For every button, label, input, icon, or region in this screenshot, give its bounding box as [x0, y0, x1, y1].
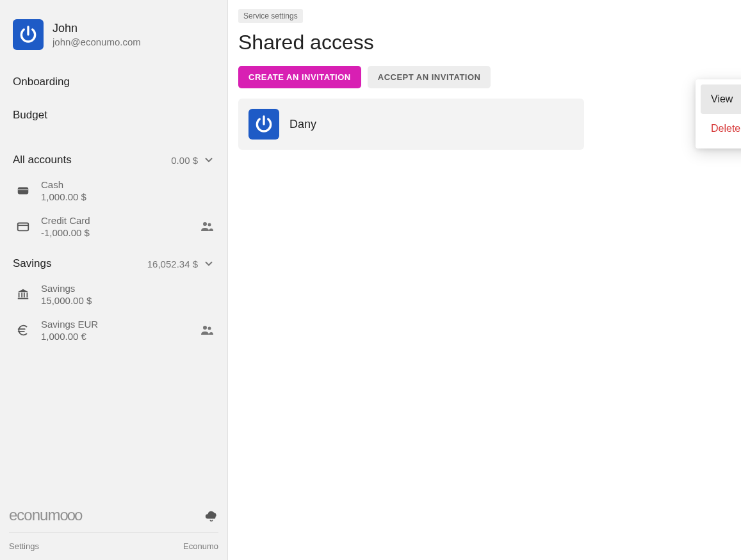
account-balance: 15,000.00 $: [41, 295, 215, 306]
service-settings-tag: Service settings: [238, 9, 303, 23]
svg-rect-9: [24, 292, 25, 297]
brand-logo: econumooo: [9, 506, 81, 524]
wallet-icon: [15, 183, 31, 198]
svg-point-15: [208, 327, 211, 330]
shared-icon: [199, 323, 215, 338]
context-menu-view[interactable]: View: [701, 84, 741, 114]
shared-icon: [199, 219, 215, 234]
footer-settings-link[interactable]: Settings: [9, 541, 39, 551]
chevron-down-icon: [203, 154, 215, 166]
shared-user-card[interactable]: Dany: [238, 99, 584, 150]
accounts-header-total: 0.00 $: [171, 154, 215, 166]
svg-rect-10: [27, 292, 28, 297]
accounts-total: 16,052.34 $: [147, 259, 198, 269]
context-menu: View Delete: [696, 79, 741, 148]
brand-row: econumooo: [9, 496, 218, 532]
card-icon: [15, 219, 31, 234]
footer-links: Settings Econumo: [9, 532, 218, 554]
svg-rect-7: [19, 292, 20, 297]
shared-user-avatar: [248, 109, 279, 140]
accounts-header-total: 16,052.34 $: [147, 258, 215, 269]
chevron-down-icon: [203, 258, 215, 269]
svg-marker-6: [18, 289, 29, 292]
account-item-savings[interactable]: Savings 15,000.00 $: [0, 276, 227, 312]
power-icon: [254, 114, 274, 134]
account-balance: -1,000.00 $: [41, 227, 189, 238]
svg-rect-8: [21, 292, 22, 297]
create-invitation-button[interactable]: CREATE AN INVITATION: [238, 66, 361, 88]
account-item-cash[interactable]: Cash 1,000.00 $: [0, 173, 227, 209]
svg-point-14: [203, 326, 207, 330]
account-details: Savings EUR 1,000.00 €: [41, 319, 189, 342]
nav-budget[interactable]: Budget: [0, 99, 227, 132]
account-details: Savings 15,000.00 $: [41, 283, 215, 306]
account-item-savings-eur[interactable]: Savings EUR 1,000.00 €: [0, 312, 227, 348]
context-menu-delete[interactable]: Delete: [701, 114, 741, 143]
power-icon: [18, 24, 38, 45]
svg-rect-0: [18, 188, 29, 195]
account-name: Savings EUR: [41, 319, 189, 330]
profile-section[interactable]: John john@econumo.com: [0, 0, 227, 59]
shared-user-name: Dany: [289, 118, 316, 131]
bank-icon: [15, 287, 31, 302]
nav-section: Onboarding Budget: [0, 59, 227, 132]
account-details: Cash 1,000.00 $: [41, 179, 215, 202]
profile-email: john@econumo.com: [53, 36, 141, 47]
accounts-group-all: All accounts 0.00 $ Cash 1,000.00 $: [0, 147, 227, 244]
footer-app-link[interactable]: Econumo: [183, 541, 218, 551]
main-content: Service settings Shared access CREATE AN…: [228, 0, 741, 560]
nav-onboarding[interactable]: Onboarding: [0, 65, 227, 99]
account-balance: 1,000.00 $: [41, 191, 215, 202]
account-name: Credit Card: [41, 215, 189, 226]
accounts-header-label: All accounts: [13, 154, 72, 166]
svg-rect-2: [18, 223, 29, 231]
sidebar: John john@econumo.com Onboarding Budget …: [0, 0, 228, 560]
accept-invitation-button[interactable]: ACCEPT AN INVITATION: [368, 66, 491, 88]
profile-info: John john@econumo.com: [53, 22, 141, 47]
account-name: Savings: [41, 283, 215, 294]
brand-suffix: ooo: [60, 506, 81, 524]
sidebar-footer: econumooo Settings Econumo: [0, 496, 227, 560]
account-name: Cash: [41, 179, 215, 190]
svg-point-4: [203, 222, 207, 226]
svg-rect-1: [18, 189, 29, 190]
svg-point-5: [208, 223, 211, 227]
profile-name: John: [53, 22, 141, 35]
cloud-sync-icon[interactable]: [204, 508, 218, 522]
account-item-credit-card[interactable]: Credit Card -1,000.00 $: [0, 209, 227, 244]
accounts-group-savings: Savings 16,052.34 $ Savin: [0, 251, 227, 348]
button-row: CREATE AN INVITATION ACCEPT AN INVITATIO…: [238, 66, 731, 88]
svg-rect-11: [18, 298, 29, 300]
euro-icon: [15, 323, 31, 338]
account-details: Credit Card -1,000.00 $: [41, 215, 189, 238]
accounts-header-label: Savings: [13, 257, 51, 270]
accounts-total: 0.00 $: [171, 155, 198, 166]
page-title: Shared access: [238, 31, 731, 54]
accounts-header-all[interactable]: All accounts 0.00 $: [0, 147, 227, 173]
brand-text: econum: [9, 506, 60, 524]
accounts-header-savings[interactable]: Savings 16,052.34 $: [0, 251, 227, 276]
account-balance: 1,000.00 €: [41, 331, 189, 342]
profile-avatar: [13, 19, 44, 50]
